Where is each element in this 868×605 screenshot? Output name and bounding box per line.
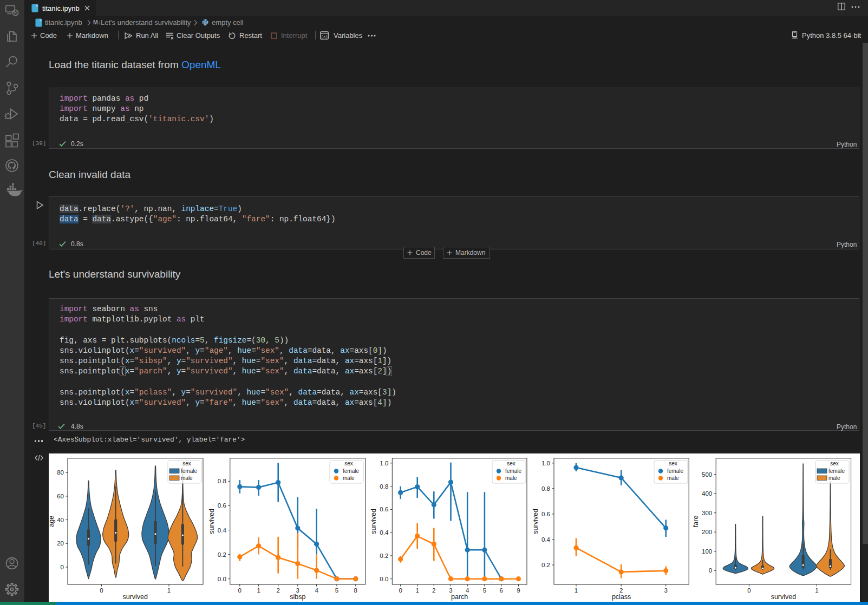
svg-text:4: 4	[466, 587, 469, 594]
svg-text:0.2: 0.2	[380, 553, 388, 559]
svg-text:sex: sex	[830, 461, 839, 466]
svg-text:0: 0	[709, 567, 712, 574]
svg-text:0.2: 0.2	[541, 562, 550, 568]
svg-text:6: 6	[500, 587, 503, 594]
svg-text:survived: survived	[122, 593, 148, 601]
svg-text:0.6: 0.6	[380, 506, 388, 512]
svg-text:0.8: 0.8	[380, 483, 388, 490]
svg-text:200: 200	[702, 529, 712, 535]
svg-text:(x): (x)	[321, 35, 328, 39]
svg-text:0.0: 0.0	[218, 576, 226, 582]
svg-text:1: 1	[257, 587, 260, 594]
svg-text:400: 400	[702, 490, 712, 497]
svg-text:sibsp: sibsp	[290, 593, 305, 601]
svg-text:5: 5	[335, 587, 338, 594]
svg-text:survived: survived	[370, 509, 377, 534]
svg-text:0.2: 0.2	[218, 551, 226, 558]
svg-text:20: 20	[57, 540, 64, 547]
svg-text:1: 1	[815, 587, 818, 594]
svg-text:500: 500	[702, 471, 712, 478]
svg-text:0.6: 0.6	[541, 511, 550, 517]
svg-text:survived: survived	[771, 593, 797, 601]
svg-text:0: 0	[747, 587, 750, 594]
svg-text:3: 3	[296, 587, 299, 594]
svg-text:0.8: 0.8	[218, 478, 226, 484]
svg-text:male: male	[505, 475, 517, 481]
svg-text:0.4: 0.4	[541, 536, 551, 543]
svg-text:age: age	[49, 516, 55, 527]
svg-text:5: 5	[483, 587, 486, 594]
svg-text:sex: sex	[669, 461, 677, 466]
svg-text:female: female	[667, 468, 683, 474]
svg-text:pclass: pclass	[612, 593, 631, 601]
svg-text:3: 3	[664, 587, 667, 594]
svg-text:8: 8	[354, 587, 357, 594]
svg-text:1: 1	[575, 587, 578, 594]
svg-text:1.0: 1.0	[380, 460, 388, 466]
svg-text:80: 80	[57, 469, 64, 476]
svg-text:male: male	[667, 475, 679, 481]
svg-text:sex: sex	[507, 461, 515, 466]
svg-text:0.4: 0.4	[380, 529, 389, 536]
svg-text:parch: parch	[451, 593, 468, 601]
svg-text:female: female	[343, 468, 359, 474]
svg-text:40: 40	[57, 517, 64, 523]
svg-text:0.0: 0.0	[380, 576, 388, 582]
svg-text:male: male	[181, 475, 193, 481]
svg-text:9: 9	[517, 587, 520, 594]
svg-text:female: female	[828, 468, 845, 474]
svg-text:0: 0	[100, 587, 103, 594]
svg-text:2: 2	[276, 587, 279, 594]
svg-text:female: female	[181, 468, 197, 474]
svg-text:survived: survived	[532, 509, 539, 534]
svg-text:0.6: 0.6	[218, 502, 226, 509]
svg-text:60: 60	[57, 493, 64, 499]
svg-text:survived: survived	[208, 509, 216, 534]
svg-text:0: 0	[238, 587, 242, 594]
svg-text:2: 2	[432, 587, 435, 594]
svg-text:1.0: 1.0	[541, 460, 550, 466]
svg-text:0.8: 0.8	[541, 485, 550, 492]
svg-text:100: 100	[702, 548, 712, 555]
svg-text:male: male	[828, 475, 840, 481]
svg-text:1: 1	[415, 587, 419, 594]
svg-text:3: 3	[449, 587, 452, 594]
svg-text:fare: fare	[692, 516, 700, 528]
svg-text:female: female	[505, 468, 521, 474]
svg-text:2: 2	[619, 587, 623, 594]
svg-text:0: 0	[399, 587, 402, 594]
svg-text:1: 1	[167, 587, 171, 594]
svg-text:4: 4	[315, 587, 318, 594]
svg-text:male: male	[343, 475, 355, 481]
svg-text:sex: sex	[344, 461, 353, 466]
svg-text:sex: sex	[182, 461, 191, 466]
svg-text:0.4: 0.4	[218, 527, 227, 534]
svg-text:300: 300	[702, 510, 712, 516]
svg-text:0: 0	[61, 564, 64, 570]
